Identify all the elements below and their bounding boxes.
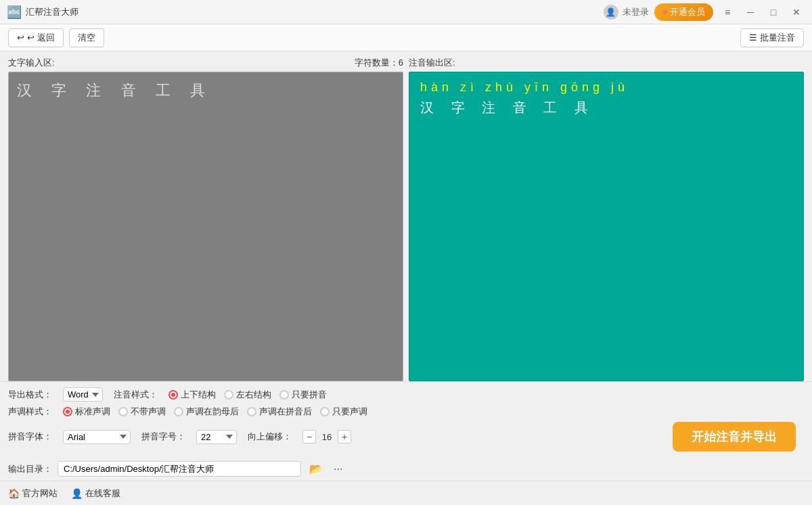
clear-label: 清空 — [78, 32, 95, 44]
tone-style-row: 声调样式： 标准声调 不带声调 声调在韵母后 声调在拼音后 只要声调 — [8, 406, 804, 418]
radio-tone-after-pinyin-label: 声调在拼音后 — [259, 406, 312, 418]
main-content: 文字输入区: 字符数量：6 汉 字 注 音 工 具 注音输出区: hàn zì … — [0, 51, 812, 381]
options-area: 导出格式： Word PDF TXT 注音样式： 上下结构 左右结构 只要拼音 … — [0, 381, 812, 457]
radio-tone-only-label: 只要声调 — [332, 406, 367, 418]
annotation-style-label: 注音样式： — [114, 389, 158, 401]
radio-pinyin-only[interactable]: 只要拼音 — [279, 389, 327, 401]
output-area: hàn zì zhù yīn gōng jù 汉 字 注 音 工 具 — [409, 72, 804, 381]
minimize-button[interactable]: ─ — [742, 3, 759, 21]
app-title: 汇帮注音大师 — [26, 6, 604, 18]
output-panel: 注音输出区: hàn zì zhù yīn gōng jù 汉 字 注 音 工 … — [409, 57, 804, 381]
tone-style-group: 标准声调 不带声调 声调在韵母后 声调在拼音后 只要声调 — [63, 406, 367, 418]
more-options-button[interactable]: ··· — [331, 462, 345, 477]
radio-tone-after-vowel-label: 声调在韵母后 — [186, 406, 239, 418]
export-format-select[interactable]: Word PDF TXT — [63, 387, 103, 402]
title-bar: 🔤 汇帮注音大师 👤 未登录 ♥ 开通会员 ≡ ─ □ ✕ — [0, 0, 812, 24]
menu-button[interactable]: ≡ — [719, 3, 736, 21]
radio-tone-only-circle — [320, 407, 330, 416]
website-link[interactable]: 🏠 官方网站 — [8, 487, 58, 500]
input-panel-header: 文字输入区: 字符数量：6 — [8, 57, 403, 69]
service-icon: 👤 — [71, 488, 83, 499]
radio-no-tone-label: 不带声调 — [131, 406, 166, 418]
offset-label: 向上偏移： — [248, 431, 292, 443]
radio-left-right-circle — [224, 390, 233, 400]
export-format-label: 导出格式： — [8, 389, 52, 401]
output-pinyin: hàn zì zhù yīn gōng jù — [420, 80, 792, 95]
maximize-button[interactable]: □ — [765, 3, 782, 21]
app-icon: 🔤 — [7, 5, 22, 20]
batch-button[interactable]: ☰ 批量注音 — [740, 28, 804, 47]
batch-label: 批量注音 — [760, 32, 795, 44]
radio-standard-tone-label: 标准声调 — [75, 406, 110, 418]
user-avatar: 👤 — [604, 5, 618, 20]
website-icon: 🏠 — [8, 488, 20, 499]
radio-top-bottom-circle — [168, 390, 178, 400]
input-panel: 文字输入区: 字符数量：6 汉 字 注 音 工 具 — [8, 57, 403, 381]
offset-decrease-button[interactable]: − — [302, 430, 316, 443]
service-label: 在线客服 — [85, 487, 120, 500]
user-status: 未登录 — [623, 6, 649, 18]
radio-tone-only[interactable]: 只要声调 — [320, 406, 367, 418]
service-link[interactable]: 👤 在线客服 — [71, 487, 120, 500]
radio-left-right[interactable]: 左右结构 — [224, 389, 271, 401]
back-icon: ↩ — [17, 32, 24, 43]
input-panel-label: 文字输入区: — [8, 57, 55, 69]
char-size-select[interactable]: 16 18 20 22 24 — [196, 430, 237, 444]
vip-label: 开通会员 — [670, 6, 705, 18]
tone-style-label: 声调样式： — [8, 406, 52, 418]
offset-value: 16 — [319, 432, 335, 442]
radio-tone-after-vowel[interactable]: 声调在韵母后 — [174, 406, 239, 418]
back-label: ↩ 返回 — [27, 32, 55, 44]
output-hanzi: 汉 字 注 音 工 具 — [420, 99, 792, 117]
font-label: 拼音字体： — [8, 431, 52, 443]
radio-pinyin-only-label: 只要拼音 — [292, 389, 327, 401]
radio-pinyin-only-circle — [279, 390, 289, 400]
heart-icon: ♥ — [662, 7, 667, 17]
offset-stepper: − 16 + — [302, 430, 351, 443]
output-panel-label: 注音输出区: — [409, 57, 455, 69]
text-input[interactable]: 汉 字 注 音 工 具 — [8, 72, 403, 381]
char-size-label: 拼音字号： — [141, 431, 185, 443]
output-dir-row: 输出目录： 📂 ··· — [0, 457, 812, 481]
start-button[interactable]: 开始注音并导出 — [673, 422, 796, 452]
font-row: 拼音字体： Arial Times New Roman 拼音字号： 16 18 … — [8, 422, 804, 452]
radio-top-bottom[interactable]: 上下结构 — [168, 389, 216, 401]
font-select[interactable]: Arial Times New Roman — [63, 430, 131, 444]
vip-button[interactable]: ♥ 开通会员 — [654, 3, 713, 21]
offset-increase-button[interactable]: + — [338, 430, 351, 443]
clear-button[interactable]: 清空 — [69, 28, 104, 47]
batch-icon: ☰ — [749, 32, 757, 43]
user-area: 👤 未登录 — [604, 5, 649, 20]
export-annotation-row: 导出格式： Word PDF TXT 注音样式： 上下结构 左右结构 只要拼音 — [8, 387, 804, 402]
output-dir-input[interactable] — [58, 461, 301, 477]
radio-tone-after-vowel-circle — [174, 407, 183, 416]
radio-no-tone[interactable]: 不带声调 — [118, 406, 166, 418]
toolbar: ↩ ↩ 返回 清空 ☰ 批量注音 — [0, 24, 812, 51]
radio-standard-tone[interactable]: 标准声调 — [63, 406, 110, 418]
footer: 🏠 官方网站 👤 在线客服 — [0, 481, 812, 505]
char-count: 字符数量：6 — [355, 57, 403, 69]
radio-top-bottom-label: 上下结构 — [181, 389, 216, 401]
text-areas: 文字输入区: 字符数量：6 汉 字 注 音 工 具 注音输出区: hàn zì … — [8, 57, 804, 381]
radio-standard-tone-circle — [63, 407, 72, 416]
browse-folder-button[interactable]: 📂 — [307, 461, 325, 477]
output-dir-label: 输出目录： — [8, 463, 52, 475]
radio-no-tone-circle — [118, 407, 128, 416]
radio-tone-after-pinyin[interactable]: 声调在拼音后 — [247, 406, 312, 418]
back-button[interactable]: ↩ ↩ 返回 — [8, 28, 64, 47]
radio-tone-after-pinyin-circle — [247, 407, 256, 416]
website-label: 官方网站 — [22, 487, 58, 500]
annotation-style-group: 上下结构 左右结构 只要拼音 — [168, 389, 327, 401]
output-panel-header: 注音输出区: — [409, 57, 804, 69]
title-actions: 👤 未登录 ♥ 开通会员 ≡ ─ □ ✕ — [604, 3, 805, 21]
radio-left-right-label: 左右结构 — [236, 389, 271, 401]
close-button[interactable]: ✕ — [788, 3, 805, 21]
